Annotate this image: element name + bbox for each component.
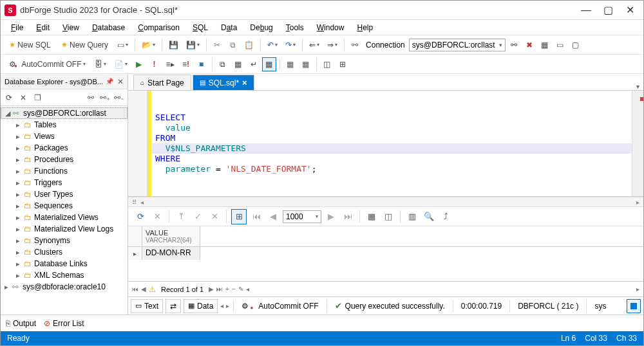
tree-folder[interactable]: ▸🗀Materialized View Logs bbox=[1, 223, 128, 235]
format-button[interactable]: ▦ bbox=[231, 57, 245, 71]
open-button[interactable]: 📂▾ bbox=[138, 38, 158, 52]
cut-button[interactable]: ✂ bbox=[210, 38, 224, 52]
redo-button[interactable]: ↷▾ bbox=[282, 38, 299, 52]
menu-edit[interactable]: Edit bbox=[31, 21, 55, 34]
toggle-results-button[interactable]: ▦ bbox=[262, 57, 276, 71]
menu-comparison[interactable]: Comparison bbox=[133, 21, 185, 34]
menu-data[interactable]: Data bbox=[216, 21, 242, 34]
autocommit-button[interactable]: ⚙● AutoCommit OFF▾ bbox=[5, 57, 90, 71]
nav-back-button[interactable]: ⇐▾ bbox=[306, 38, 323, 52]
wrap-button[interactable]: ↵ bbox=[247, 57, 261, 71]
code-editor[interactable]: SELECT value FROM V$NLS_PARAMETERS WHERE… bbox=[128, 91, 643, 197]
paste-button[interactable]: 📋 bbox=[241, 38, 257, 52]
nav-edit-icon[interactable]: ✎ bbox=[238, 286, 243, 293]
swap-button[interactable]: ⇄ bbox=[166, 299, 181, 313]
grid-view-icon[interactable]: ▦ bbox=[365, 210, 379, 224]
execute-button[interactable]: ▶ bbox=[132, 57, 146, 71]
copy-button[interactable]: ⧉ bbox=[225, 38, 240, 52]
conn-icon[interactable]: ⚯ bbox=[85, 92, 97, 104]
grid-tool1-button[interactable]: ▦ bbox=[283, 57, 298, 71]
last-page-icon[interactable]: ⏭ bbox=[341, 210, 355, 224]
results-row[interactable]: ▸ DD-MON-RR bbox=[128, 247, 643, 260]
execute-current-button[interactable]: ! bbox=[147, 57, 162, 71]
script-button[interactable]: 📄▾ bbox=[111, 57, 131, 71]
save-all-button[interactable]: 💾▾ bbox=[183, 38, 203, 52]
conn-tool1-button[interactable]: ⚯ bbox=[507, 38, 521, 52]
data-mode-button[interactable]: ▦Data bbox=[184, 299, 218, 313]
tree-folder[interactable]: ▸🗀Packages bbox=[1, 142, 128, 154]
new-item-button[interactable]: ▭▾ bbox=[114, 38, 131, 52]
tree-folder[interactable]: ▸🗀Procedures bbox=[1, 154, 128, 165]
cell-value[interactable]: DD-MON-RR bbox=[142, 247, 200, 260]
conn-tool2-button[interactable]: ▦ bbox=[538, 38, 552, 52]
panel-close-icon[interactable]: ✕ bbox=[117, 77, 124, 86]
new-query-button[interactable]: ✷ New Query bbox=[57, 38, 113, 52]
menu-window[interactable]: Window bbox=[312, 21, 350, 34]
conn-tool4-button[interactable]: ▢ bbox=[569, 38, 583, 52]
menu-debug[interactable]: Debug bbox=[245, 21, 278, 34]
first-page-icon[interactable]: ⏮ bbox=[249, 210, 263, 224]
rollback-icon[interactable]: ✕ bbox=[207, 210, 222, 224]
cancel-results-icon[interactable]: ✕ bbox=[150, 210, 164, 224]
output-tab[interactable]: ⎘Output bbox=[6, 319, 36, 328]
menu-database[interactable]: Database bbox=[87, 21, 130, 34]
menu-help[interactable]: Help bbox=[352, 21, 378, 34]
card-view-icon[interactable]: ◫ bbox=[381, 210, 395, 224]
tree-folder[interactable]: ▸🗀Triggers bbox=[1, 177, 128, 188]
next-page-icon[interactable]: ▶ bbox=[324, 210, 338, 224]
mode-next-icon[interactable]: ▸ bbox=[226, 302, 229, 309]
tabs-dropdown-icon[interactable]: ▾ bbox=[636, 83, 639, 90]
nav-fwd-button[interactable]: ⇒▾ bbox=[324, 38, 341, 52]
tree-folder[interactable]: ▸🗀Sequences bbox=[1, 200, 128, 212]
tab-close-icon[interactable]: × bbox=[242, 78, 247, 87]
layout-toggle-button[interactable] bbox=[627, 299, 641, 313]
tree-connection-inactive[interactable]: ▸⚯sys@dbforacle:oracle10 bbox=[1, 281, 128, 293]
tree-folder[interactable]: ▸🗀Materialized Views bbox=[1, 212, 128, 223]
code-vscrollbar[interactable] bbox=[632, 91, 643, 196]
clear-filter-icon[interactable]: ✕ bbox=[17, 92, 29, 104]
commit-icon[interactable]: ✓ bbox=[191, 210, 205, 224]
mode-prev-icon[interactable]: ◂ bbox=[220, 302, 223, 309]
disconnect-button[interactable]: ✖ bbox=[522, 38, 536, 52]
menu-file[interactable]: File bbox=[6, 21, 28, 34]
database-tree[interactable]: ◢⚯sys@DBFORCL:orcllast ▸🗀Tables ▸🗀Views … bbox=[1, 106, 128, 314]
tree-folder[interactable]: ▸🗀Database Links bbox=[1, 258, 128, 269]
text-mode-button[interactable]: ▭Text bbox=[131, 299, 163, 313]
undo-button[interactable]: ↶▾ bbox=[264, 38, 281, 52]
nav-first-icon[interactable]: ⏮ bbox=[132, 286, 138, 293]
menu-view[interactable]: View bbox=[57, 21, 84, 34]
maximize-button[interactable]: ▢ bbox=[598, 4, 618, 17]
tree-folder[interactable]: ▸🗀Tables bbox=[1, 119, 128, 131]
conn-remove-icon[interactable]: ⚯₋ bbox=[113, 92, 125, 104]
tree-folder[interactable]: ▸🗀Views bbox=[1, 131, 128, 142]
export-icon[interactable]: ⤴ bbox=[439, 210, 453, 224]
nav-next-icon[interactable]: ▶ bbox=[209, 286, 214, 293]
refresh-icon[interactable]: ⟳ bbox=[3, 92, 15, 104]
connection-icon[interactable]: ⚯ bbox=[348, 38, 362, 52]
tree-connection-active[interactable]: ◢⚯sys@DBFORCL:orcllast bbox=[1, 107, 128, 119]
grid-tool2-button[interactable]: ▦ bbox=[299, 57, 313, 71]
nav-add-icon[interactable]: + bbox=[225, 286, 229, 293]
conn-add-icon[interactable]: ⚯₊ bbox=[99, 92, 111, 104]
menu-sql[interactable]: SQL bbox=[187, 21, 213, 34]
window-icon[interactable]: ❐ bbox=[32, 92, 43, 104]
comment-button[interactable]: ⧉ bbox=[216, 57, 230, 71]
row-header[interactable]: ▸ bbox=[128, 247, 142, 260]
minimize-button[interactable]: — bbox=[576, 4, 596, 17]
close-button[interactable]: ✕ bbox=[620, 4, 639, 17]
tree-folder[interactable]: ▸🗀Functions bbox=[1, 165, 128, 177]
conn-tool3-button[interactable]: ▭ bbox=[553, 38, 567, 52]
stop-button[interactable]: ■ bbox=[194, 57, 209, 71]
misc-tool1-button[interactable]: ◫ bbox=[320, 57, 334, 71]
column-header[interactable]: VALUE VARCHAR2(64) bbox=[142, 226, 200, 246]
find-icon[interactable]: 🔍 bbox=[422, 210, 436, 224]
pin-icon[interactable]: 📌 bbox=[106, 78, 113, 85]
columns-icon[interactable]: ▥ bbox=[405, 210, 419, 224]
hsplitter[interactable]: ⠿ ◂ ▸ bbox=[128, 197, 643, 207]
refresh-results-icon[interactable]: ⟳ bbox=[133, 210, 147, 224]
pin-results-icon[interactable]: ⤒ bbox=[174, 210, 188, 224]
tree-folder[interactable]: ▸🗀User Types bbox=[1, 188, 128, 200]
execute-selection-button[interactable]: ≡▸ bbox=[163, 57, 178, 71]
page-size-input[interactable]: 1000▾ bbox=[283, 210, 321, 223]
misc-tool2-button[interactable]: ⊞ bbox=[336, 57, 350, 71]
